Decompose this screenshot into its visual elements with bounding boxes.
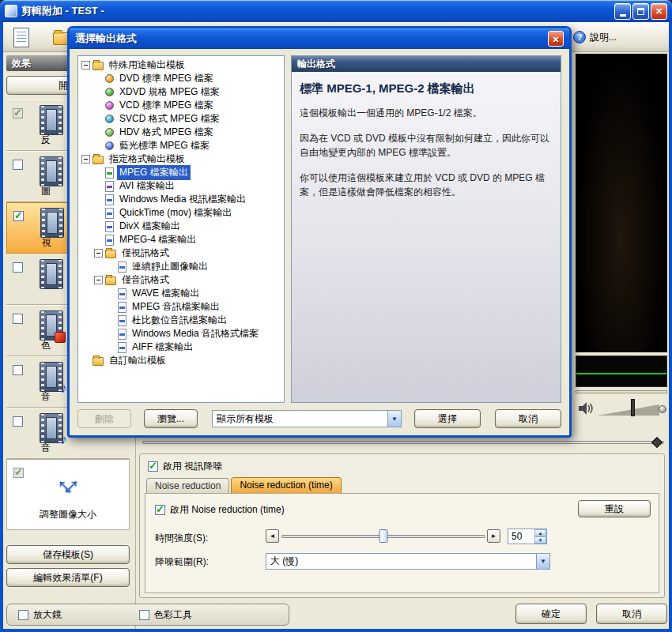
tree-item[interactable]: 杜比數位音訊檔案輸出 — [78, 314, 284, 327]
minimize-button[interactable] — [614, 3, 631, 20]
tree-expander-icon[interactable] — [94, 101, 103, 110]
save-template-button[interactable]: 儲存模板(S) — [6, 545, 130, 564]
close-button[interactable] — [651, 3, 667, 20]
tree-item[interactable]: 僅視訊格式 — [78, 246, 284, 260]
tree-item[interactable]: MPEG-4 檔案輸出 — [78, 233, 284, 246]
noise-reduction-tab[interactable]: Noise reduction — [146, 478, 229, 493]
tree-expander-icon[interactable] — [94, 74, 103, 83]
effect-checkbox[interactable] — [13, 108, 23, 118]
tree-item-icon — [105, 194, 114, 205]
tree-item[interactable]: 自訂輸出模板 — [78, 354, 284, 367]
effect-checkbox[interactable] — [13, 314, 23, 324]
nr-range-select[interactable]: 大 (慢) — [266, 553, 550, 570]
tree-item[interactable]: Windows Media 音訊格式檔案 — [78, 327, 284, 340]
tree-expander-icon[interactable] — [107, 329, 115, 338]
time-strength-value[interactable]: 50 — [508, 529, 534, 544]
tree-expander-icon[interactable] — [81, 356, 90, 365]
template-filter-select[interactable]: 顯示所有模板 — [212, 410, 402, 427]
enable-video-nr[interactable]: 啟用 視訊降噪 — [148, 460, 222, 473]
tree-expander-icon[interactable] — [94, 182, 103, 190]
tree-expander-icon[interactable] — [94, 249, 103, 258]
chevron-down-icon[interactable] — [536, 554, 549, 569]
enable-video-nr-checkbox[interactable] — [148, 461, 158, 472]
tree-item[interactable]: DivX 檔案輸出 — [78, 220, 284, 233]
tree-expander-icon[interactable] — [107, 303, 115, 311]
enable-time-nr-checkbox[interactable] — [155, 505, 165, 515]
tree-item[interactable]: 特殊用途輸出模板 — [78, 58, 284, 72]
tree-item[interactable]: VCD 標準 MPEG 檔案 — [78, 99, 284, 112]
slider-right-arrow[interactable] — [487, 529, 500, 543]
tree-expander-icon[interactable] — [107, 289, 115, 298]
slider-left-arrow[interactable] — [266, 529, 279, 543]
tree-item[interactable]: 藍光標準 MPEG 檔案 — [78, 139, 284, 152]
tree-expander-icon[interactable] — [94, 128, 103, 137]
slider-thumb[interactable] — [379, 529, 388, 543]
tree-item[interactable]: WAVE 檔案輸出 — [78, 287, 284, 300]
tree-item[interactable]: XDVD 規格 MPEG 檔案 — [78, 85, 284, 99]
tree-item[interactable]: MPEG 檔案輸出 — [78, 166, 284, 179]
noise-reduction-tabs: Noise reduction Noise reduction (time) — [146, 477, 343, 493]
timeline-slider[interactable] — [142, 437, 664, 448]
tree-expander-icon[interactable] — [94, 276, 103, 284]
effect-checkbox[interactable] — [13, 262, 23, 273]
tree-expander-icon[interactable] — [81, 61, 90, 70]
volume-knob[interactable] — [659, 405, 666, 413]
main-cancel-button[interactable]: 取消 — [596, 604, 667, 624]
tree-expander-icon[interactable] — [94, 115, 103, 123]
reset-button[interactable]: 重設 — [578, 500, 651, 517]
tree-expander-icon[interactable] — [94, 168, 103, 177]
effect-checkbox[interactable] — [13, 416, 23, 427]
effect-checkbox[interactable] — [13, 211, 24, 221]
tree-expander-icon[interactable] — [94, 88, 103, 96]
help-button[interactable]: ? 說明... — [568, 24, 622, 50]
close-icon — [655, 6, 663, 17]
tree-expander-icon[interactable] — [94, 141, 103, 150]
tree-item[interactable]: 僅音訊格式 — [78, 273, 284, 287]
effect-item[interactable]: 調整圖像大小 — [6, 459, 130, 530]
tree-item[interactable]: 連續靜止圖像輸出 — [78, 260, 284, 273]
effect-checkbox[interactable] — [13, 468, 24, 478]
description-paragraph: 因為在 VCD 或 DVD 模板中沒有限制如何建立，因此你可以自由地變更內部的 … — [300, 131, 553, 160]
spinner-down-icon[interactable] — [534, 536, 546, 544]
edit-effects-button[interactable]: 編輯效果清單(F) — [6, 568, 130, 587]
delete-button[interactable]: 刪除 — [77, 409, 131, 428]
toolbar-button-project[interactable] — [8, 24, 35, 50]
ok-button[interactable]: 確定 — [515, 604, 587, 624]
volume-slider-thumb[interactable] — [631, 399, 635, 416]
tree-expander-icon[interactable] — [94, 195, 103, 204]
spinner-up-icon[interactable] — [534, 529, 546, 536]
tree-item[interactable]: AVI 檔案輸出 — [78, 179, 284, 193]
time-strength-slider[interactable] — [281, 529, 485, 543]
tree-expander-icon[interactable] — [94, 209, 103, 217]
dialog-close-button[interactable] — [548, 31, 564, 47]
tree-expander-icon[interactable] — [81, 155, 90, 164]
tree-expander-icon[interactable] — [94, 235, 103, 244]
tree-expander-icon[interactable] — [107, 262, 115, 271]
effect-checkbox[interactable] — [13, 160, 23, 170]
tree-item[interactable]: QuickTime (mov) 檔案輸出 — [78, 206, 284, 220]
time-strength-spinner[interactable]: 50 — [508, 529, 547, 544]
tree-item[interactable]: SVCD 格式 MPEG 檔案 — [78, 112, 284, 126]
tree-expander-icon[interactable] — [107, 316, 115, 325]
browse-button[interactable]: 瀏覽... — [144, 409, 198, 428]
effect-checkbox[interactable] — [13, 365, 23, 375]
magnifier-checkbox[interactable] — [18, 610, 28, 620]
noise-reduction-tab[interactable]: Noise reduction (time) — [231, 477, 341, 493]
tree-item[interactable]: Windows Media 視訊檔案輸出 — [78, 193, 284, 206]
dialog-close-icon — [552, 33, 559, 45]
chevron-down-icon[interactable] — [387, 411, 401, 427]
color-tool-checkbox[interactable] — [139, 610, 149, 620]
enable-time-nr[interactable]: 啟用 Noise reduction (time) — [155, 503, 285, 517]
tree-item[interactable]: MPEG 音訊檔案輸出 — [78, 300, 284, 314]
tree-item[interactable]: HDV 格式 MPEG 檔案 — [78, 126, 284, 139]
select-button[interactable]: 選擇 — [414, 409, 481, 428]
tree-item-icon — [118, 329, 126, 340]
tree-expander-icon[interactable] — [94, 222, 103, 231]
timeline-thumb[interactable] — [651, 437, 663, 448]
tree-item[interactable]: DVD 標準 MPEG 檔案 — [78, 72, 284, 85]
tree-item[interactable]: AIFF 檔案輸出 — [78, 340, 284, 354]
tree-item[interactable]: 指定格式輸出模板 — [78, 152, 284, 166]
tree-expander-icon[interactable] — [107, 343, 115, 352]
maximize-button[interactable] — [632, 3, 649, 20]
dialog-cancel-button[interactable]: 取消 — [495, 409, 561, 428]
